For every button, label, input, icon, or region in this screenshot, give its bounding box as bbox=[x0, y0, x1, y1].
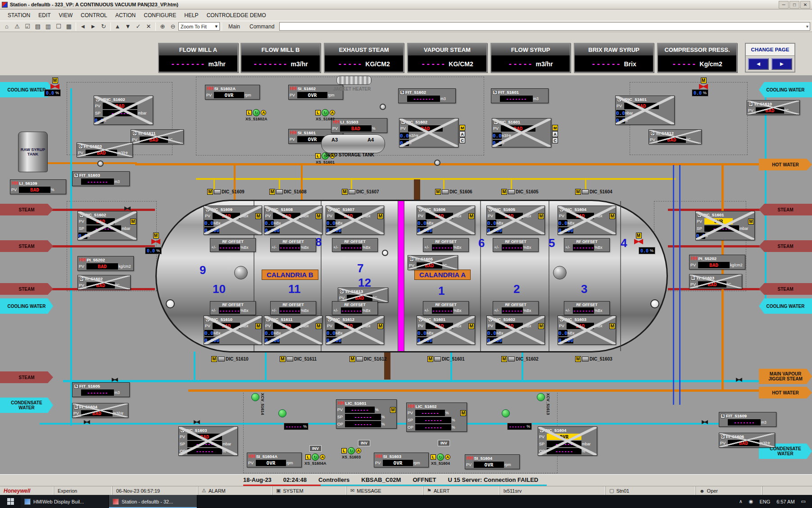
motor-dic-51608[interactable]: MDIC_51608 bbox=[269, 189, 307, 195]
indicator-exhaust-steam[interactable]: EXHAUST STEAM-----KG/CM2 bbox=[324, 43, 404, 73]
xs-xs-51602a[interactable]: L↻AXS_51602A bbox=[245, 109, 268, 121]
faceplate-fit-51601[interactable]: SFIT_51601-------m3 bbox=[491, 88, 549, 103]
zoom-out-icon[interactable]: ⊖ bbox=[168, 22, 178, 31]
indicator-flow-syrup[interactable]: FLOW SYRUP-----m3/hr bbox=[490, 43, 571, 73]
faceplate-rf-offset[interactable]: RF OFFSET+/--------%Bx bbox=[332, 238, 378, 252]
feed-pump-0[interactable] bbox=[278, 409, 286, 417]
motor-dic-51612[interactable]: MDIC_51612 bbox=[349, 356, 387, 362]
minimize-button[interactable]: ─ bbox=[779, 1, 789, 9]
faceplate-rf-offset[interactable]: RF OFFSET+/--------%Bx bbox=[270, 238, 316, 252]
display-icon[interactable]: ▥ bbox=[43, 22, 53, 31]
tray-item-4[interactable]: ▭ bbox=[801, 499, 806, 504]
alarm-summary-icon[interactable]: ⚠ bbox=[12, 22, 22, 31]
motor-valve-1[interactable]: M bbox=[151, 233, 160, 244]
menu-control[interactable]: CONTROL bbox=[77, 11, 111, 20]
faceplate-dic-51604[interactable]: DDIC_51604PVBAD%BxMSP0.0%BxPT0.000sec bbox=[558, 206, 616, 235]
faceplate-si-51604[interactable]: HHSI_51604PVOVRrpm bbox=[465, 454, 520, 469]
faceplate-ti-51602[interactable]: DTI_51602PVBAD°C bbox=[77, 275, 131, 290]
faceplate-lic-51601[interactable]: HHLIC_51601PV------%MSP------%OP------% bbox=[336, 399, 397, 429]
taskbar-button-station-defaultb-32[interactable]: Station - defaultb - 32... bbox=[109, 495, 197, 508]
start-button[interactable] bbox=[0, 495, 21, 508]
next-page-button[interactable]: ► bbox=[771, 58, 792, 70]
faceplate-rf-offset[interactable]: RF OFFSET+/--------%Bx bbox=[332, 301, 378, 315]
faceplate-pi-55202[interactable]: HHPI_55202PVBADkg/cm2 bbox=[77, 256, 134, 271]
previous-page-button[interactable]: ◄ bbox=[748, 58, 769, 70]
forward-icon[interactable]: ► bbox=[88, 22, 98, 31]
faceplate-rf-offset[interactable]: RF OFFSET+/--------%Bx bbox=[564, 238, 610, 252]
xs-xs-51602[interactable]: L↻AXS_51602 bbox=[315, 109, 335, 121]
xs-xs-51603[interactable]: L↻AXS_51603 bbox=[341, 447, 361, 459]
faceplate-dic-51605[interactable]: DDIC_51605PVBAD%BxMSP0.0%BxPT0.000sec bbox=[486, 206, 545, 235]
faceplate-rf-offset[interactable]: RF OFFSET+/--------%Bx bbox=[423, 301, 469, 315]
faceplate-dic-51609[interactable]: DDIC_51609PVBAD%BxMSP0.0%BxPT0.000sec bbox=[204, 206, 262, 235]
faceplate-pic-51604[interactable]: DPIC_51604PVOVRSP------mbarOP------% bbox=[538, 426, 597, 456]
faceplate-rf-offset[interactable]: RF OFFSET+/--------%Bx bbox=[210, 301, 256, 315]
tray-item-1[interactable]: ◉ bbox=[749, 499, 753, 504]
refresh-icon[interactable]: ↻ bbox=[99, 22, 109, 31]
main-tab[interactable]: Main bbox=[224, 23, 245, 30]
faceplate-rf-offset[interactable]: RF OFFSET+/--------%Bx bbox=[270, 301, 316, 315]
motor-dic-51605[interactable]: MDIC_51605 bbox=[501, 189, 539, 195]
faceplate-fi-51606[interactable]: DFI_51606PVBADm3/Hr bbox=[719, 433, 775, 448]
faceplate-dic-51601[interactable]: DDIC_51601PVBAD%BxMSP0.0%BxPT0.000sec bbox=[417, 316, 475, 345]
pump-xcv-51614[interactable]: XCV_51614 bbox=[251, 393, 265, 415]
accept-icon[interactable]: ✓ bbox=[133, 22, 143, 31]
motor-dic-51601[interactable]: MDIC_51601 bbox=[427, 356, 465, 362]
faceplate-si-51603[interactable]: HHSI_51603PVOVRrpm bbox=[374, 453, 429, 467]
menu-help[interactable]: HELP bbox=[180, 11, 202, 20]
motor-dic-51606[interactable]: MDIC_51606 bbox=[435, 189, 472, 195]
zoom-in-icon[interactable]: ⊕ bbox=[158, 22, 168, 31]
faceplate-dic-51607[interactable]: DDIC_51607PVBAD%BxMSP0.0%BxPT0.000sec bbox=[326, 206, 384, 235]
faceplate-si-51602a[interactable]: HHSI_51602APVOVRrpm bbox=[205, 85, 260, 100]
faceplate-fic-51601[interactable]: DFIC_51601PVBADSP0.0m3/HrOP0.0%MAC bbox=[492, 118, 551, 147]
motor-valve-2[interactable]: M bbox=[634, 233, 643, 244]
xs-xs-51604a[interactable]: L↻AXS_51604A bbox=[304, 453, 327, 466]
close-button[interactable]: ✕ bbox=[800, 1, 810, 9]
tray-item-3[interactable]: 6:57 AM bbox=[776, 499, 794, 504]
faceplate-dic-51603[interactable]: DDIC_51603PVBAD%BxMSP0.0%BxPT0.000sec bbox=[558, 316, 616, 345]
maximize-button[interactable]: □ bbox=[789, 1, 799, 9]
motor-dic-51602[interactable]: MDIC_51602 bbox=[501, 356, 539, 362]
faceplate-pi-55202[interactable]: HHPI_55202PVBADkg/cm2 bbox=[689, 255, 745, 270]
zoom-select[interactable]: Zoom To Fit▾ bbox=[178, 22, 220, 31]
faceplate-rf-offset[interactable]: RF OFFSET+/--------%Bx bbox=[210, 238, 256, 252]
menu-controledge-demo[interactable]: CONTROLEDGE DEMO bbox=[203, 11, 270, 20]
faceplate-ti-51612[interactable]: DTI_51612PVBAD°C bbox=[649, 129, 702, 144]
faceplate-ti-51610[interactable]: DTI_51610PVBAD°C bbox=[747, 100, 800, 115]
faceplate-dic-51612[interactable]: DDIC_51612PVBAD%BxMSP0.0%BxPT0.000sec bbox=[326, 316, 384, 345]
lower-icon[interactable]: ▼ bbox=[123, 22, 133, 31]
faceplate-li-51503[interactable]: HHLI_51503PVBAD% bbox=[331, 118, 387, 133]
faceplate-fi-51604[interactable]: DFI_51604PVBADm3/Hr bbox=[72, 403, 128, 418]
print-icon[interactable]: ▤ bbox=[33, 22, 43, 31]
faceplate-dic-51608[interactable]: DDIC_51608PVBAD%BxMSP0.0%BxPT0.000sec bbox=[264, 206, 322, 235]
back-icon[interactable]: ◄ bbox=[78, 22, 88, 31]
motor-dic-51610[interactable]: MDIC_51610 bbox=[211, 356, 249, 362]
motor-dic-51611[interactable]: MDIC_51611 bbox=[280, 356, 317, 362]
faceplate-dic-51606[interactable]: DDIC_51606PVBAD%BxMSP0.0%BxPT0.000sec bbox=[417, 206, 475, 235]
motor-valve-0[interactable]: M bbox=[50, 78, 59, 89]
statusbar-message[interactable]: ✉MESSAGE bbox=[347, 486, 423, 495]
faceplate-fit-51603[interactable]: SFIT_51603-------m3 bbox=[72, 171, 130, 186]
statusbar-alarm[interactable]: ⚠ALARM bbox=[198, 486, 272, 495]
faceplate-fic-51602[interactable]: DFIC_51602PVBADSP0.0m3/HrOP0.0%MAC bbox=[399, 118, 458, 147]
faceplate-rf-offset[interactable]: RF OFFSET+/--------%Bx bbox=[493, 238, 539, 252]
tray-item-2[interactable]: ENG bbox=[759, 499, 770, 504]
motor-dic-51603[interactable]: MDIC_51603 bbox=[575, 356, 612, 362]
menu-action[interactable]: ACTION bbox=[111, 11, 140, 20]
motor-dic-51607[interactable]: MDIC_51607 bbox=[342, 189, 379, 195]
faceplate-pic-51602[interactable]: DPIC_51602PVBADMSP------mbarOP0.0% bbox=[77, 211, 137, 240]
faceplate-ti-51605[interactable]: DTI_51605PVBAD°C bbox=[408, 255, 458, 270]
motor-dic-51604[interactable]: MDIC_51604 bbox=[575, 189, 612, 195]
menu-edit[interactable]: EDIT bbox=[34, 11, 54, 20]
faceplate-vpic-51601[interactable]: DVPIC_51601PVBADSP0.0mbarOP0.0% bbox=[615, 96, 675, 125]
faceplate-lic-51602[interactable]: HHLIC_51602PV------%MSP------%OP------% bbox=[406, 403, 467, 432]
faceplate-fit-51602[interactable]: SFIT_51602-------m3 bbox=[398, 88, 456, 103]
xs-xs-51604[interactable]: L↻AXS_51604 bbox=[431, 453, 450, 466]
home-icon[interactable]: ⌂ bbox=[2, 22, 12, 31]
statusbar-alert[interactable]: ⚑ALERT bbox=[423, 486, 500, 495]
raise-icon[interactable]: ▲ bbox=[113, 22, 122, 31]
acknowledge-icon[interactable]: ☑ bbox=[23, 22, 32, 31]
pump-xcv-51613[interactable]: XCV_51613 bbox=[537, 393, 550, 415]
cancel-icon[interactable]: ✕ bbox=[144, 22, 154, 31]
indicator-brix-raw-syrup[interactable]: BRIX RAW SYRUP------Brix bbox=[574, 43, 654, 73]
